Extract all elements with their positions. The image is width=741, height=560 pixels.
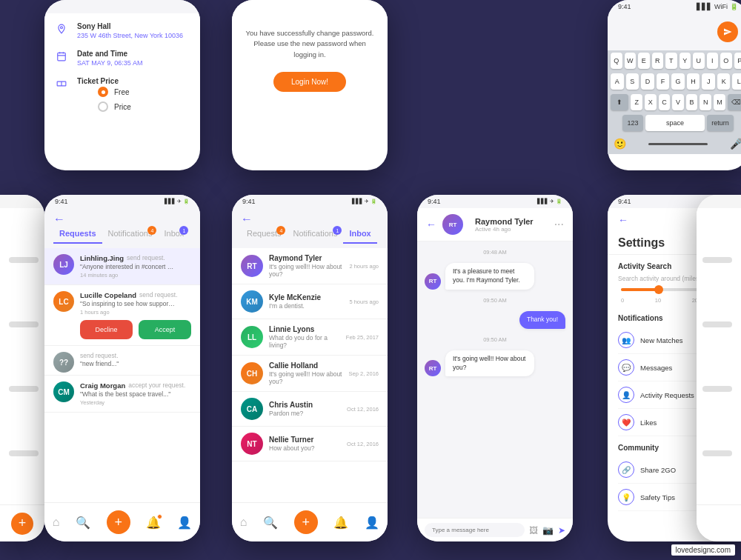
- login-now-button[interactable]: Login Now!: [273, 72, 346, 92]
- tab-requests-5[interactable]: Requests 4: [241, 229, 287, 244]
- key-f[interactable]: F: [657, 73, 670, 90]
- home-icon-5[interactable]: ⌂: [240, 516, 247, 529]
- time-6: 9:41: [428, 198, 441, 205]
- key-m[interactable]: M: [714, 94, 725, 110]
- key-return[interactable]: return: [707, 115, 734, 131]
- request-item-3[interactable]: CM Craig Morgan accept your request. "Wh…: [44, 376, 200, 413]
- msg-avatar-5: NT: [241, 433, 263, 455]
- image-icon[interactable]: 🖼: [529, 525, 538, 536]
- key-s[interactable]: S: [626, 73, 639, 90]
- msg-time-2: Feb 25, 2017: [346, 334, 379, 341]
- key-h[interactable]: H: [687, 73, 700, 90]
- success-message: You have successfully change password. P…: [244, 28, 376, 60]
- slider-thumb[interactable]: [654, 285, 663, 294]
- venue-row: Sony Hall 235 W 46th Street, New York 10…: [56, 22, 188, 39]
- status-bar-5: 9:41 ▋▋▋ ✈ 🔋: [232, 195, 388, 208]
- tab-inbox-5[interactable]: Inbox: [343, 229, 376, 244]
- back-button-5[interactable]: ←: [241, 213, 379, 229]
- key-w[interactable]: W: [625, 53, 637, 69]
- msg-item-0[interactable]: RT Raymond Tyler It's going well!! How a…: [232, 248, 388, 284]
- key-v[interactable]: V: [672, 94, 684, 110]
- back-button-4[interactable]: ←: [53, 213, 191, 229]
- tab-requests[interactable]: Requests: [53, 229, 102, 244]
- msg-avatar-4: CA: [241, 398, 263, 420]
- back-button-7[interactable]: ←: [618, 214, 628, 226]
- svg-point-0: [61, 27, 63, 29]
- phone5-body: ← Requests 4 Notifications 1 Inbox RT: [232, 208, 388, 541]
- bubble-received-1: It's a pleasure to meet you. I'm Raymond…: [445, 263, 534, 290]
- key-shift[interactable]: ⬆: [611, 94, 628, 110]
- activity-requests-icon: 👤: [618, 387, 634, 403]
- key-g[interactable]: G: [671, 73, 685, 90]
- back-button-6[interactable]: ←: [426, 219, 436, 230]
- search-icon[interactable]: 🔍: [76, 516, 90, 530]
- key-y[interactable]: Y: [679, 53, 691, 69]
- req-avatar-partial: ??: [53, 352, 74, 373]
- key-b[interactable]: B: [686, 94, 698, 110]
- msg-item-3[interactable]: CH Callie Holland It's going well!! How …: [232, 356, 388, 392]
- msg-item-5[interactable]: NT Nellie Turner How about you? Oct 12, …: [232, 427, 388, 461]
- req-text-2: "So inspiring to see how support...": [80, 300, 176, 307]
- slider-fill: [621, 288, 659, 291]
- key-z[interactable]: Z: [631, 94, 642, 110]
- msg-name-0: Raymond Tyler: [269, 254, 349, 262]
- message-input[interactable]: [425, 523, 525, 537]
- send-button-top[interactable]: [717, 21, 738, 42]
- key-d[interactable]: D: [641, 73, 654, 90]
- key-l[interactable]: L: [732, 73, 741, 90]
- key-r[interactable]: R: [652, 53, 664, 69]
- free-label: Free: [114, 88, 130, 96]
- key-n[interactable]: N: [700, 94, 711, 110]
- key-c[interactable]: C: [659, 94, 671, 110]
- partial-plus-btn[interactable]: +: [11, 513, 33, 535]
- mic-icon[interactable]: 🎤: [730, 138, 741, 150]
- status-bar-6: 9:41 ▋▋▋ ✈ 🔋: [417, 195, 573, 208]
- decline-button[interactable]: Decline: [80, 320, 133, 339]
- price-option[interactable]: Price: [98, 101, 131, 112]
- key-123[interactable]: 123: [622, 115, 643, 131]
- add-button-5[interactable]: +: [294, 510, 318, 534]
- key-a[interactable]: A: [611, 73, 624, 90]
- msg-item-2[interactable]: LL Linnie Lyons What do you do for a liv…: [232, 319, 388, 356]
- price-radio[interactable]: [98, 101, 108, 112]
- accept-button[interactable]: Accept: [139, 320, 191, 339]
- key-p[interactable]: P: [734, 53, 742, 69]
- key-q[interactable]: Q: [611, 53, 622, 69]
- datetime-value: SAT MAY 9, 06:35 AM: [77, 59, 142, 67]
- tab-notifications-5[interactable]: Notifications 1: [287, 229, 343, 244]
- request-item-1[interactable]: LJ Linhling.Jing send request. "Anyone i…: [44, 248, 200, 285]
- add-button[interactable]: +: [107, 510, 130, 534]
- key-o[interactable]: O: [720, 53, 732, 69]
- calendar-icon: [56, 51, 70, 64]
- key-space[interactable]: space: [645, 115, 705, 131]
- search-icon-5[interactable]: 🔍: [263, 516, 278, 530]
- msg-preview-1: I'm a dentist.: [269, 302, 349, 310]
- status-time: 9:41: [618, 3, 631, 10]
- home-icon[interactable]: ⌂: [53, 516, 60, 529]
- free-radio[interactable]: [98, 87, 108, 97]
- msg-item-4[interactable]: CA Chris Austin Pardon me? Oct 12, 2016: [232, 392, 388, 427]
- key-k[interactable]: K: [717, 73, 731, 90]
- key-j[interactable]: J: [702, 73, 715, 90]
- key-t[interactable]: T: [665, 53, 677, 69]
- msg-item-1[interactable]: KM Kyle McKenzie I'm a dentist. 5 hours …: [232, 284, 388, 319]
- more-options-icon[interactable]: ···: [554, 218, 564, 231]
- time-7: 9:41: [618, 198, 631, 205]
- key-x[interactable]: X: [645, 94, 657, 110]
- key-u[interactable]: U: [693, 53, 705, 69]
- profile-icon[interactable]: 👤: [177, 516, 192, 530]
- send-icon[interactable]: ➤: [558, 525, 565, 536]
- profile-icon-5[interactable]: 👤: [365, 516, 379, 530]
- camera-icon[interactable]: 📷: [542, 525, 554, 536]
- key-i[interactable]: I: [707, 53, 719, 69]
- icons-5: ▋▋▋ ✈ 🔋: [352, 199, 377, 204]
- key-e[interactable]: E: [638, 53, 650, 69]
- emoji-icon[interactable]: 🙂: [614, 138, 626, 150]
- bell-container[interactable]: 🔔: [146, 516, 161, 530]
- free-option[interactable]: Free: [98, 87, 131, 97]
- tab-notifications[interactable]: Notifications 4: [102, 229, 159, 244]
- key-delete[interactable]: ⌫: [728, 94, 741, 110]
- bell-icon-5[interactable]: 🔔: [333, 516, 348, 530]
- req-action-2: send request.: [139, 291, 178, 299]
- tab-inbox[interactable]: Inbox 1: [158, 229, 190, 244]
